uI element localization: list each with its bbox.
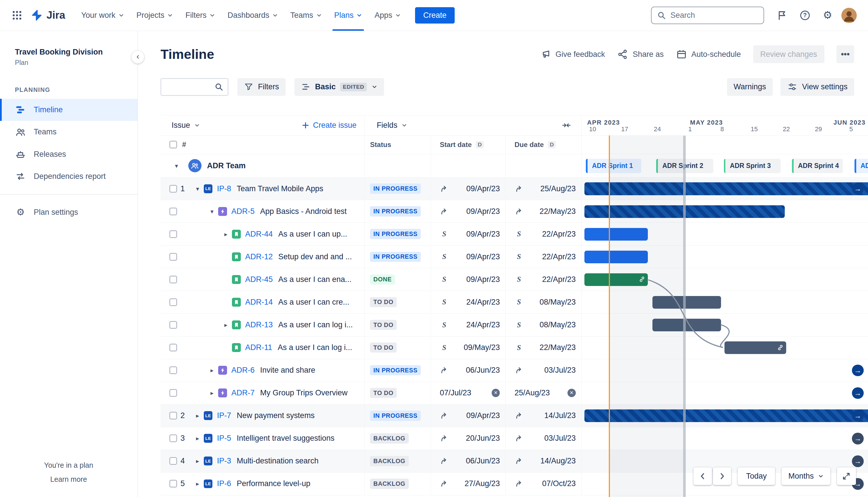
today-button[interactable]: Today [738,467,775,485]
start-date-cell[interactable]: S 24/Apr/23 [431,314,505,336]
status-badge[interactable]: BACKLOG [370,456,408,466]
status-badge[interactable]: IN PROGRESS [370,252,421,262]
table-row[interactable]: ADR-12 Setup dev and and ... IN PROGRESS… [160,245,868,268]
status-badge[interactable]: IN PROGRESS [370,411,421,421]
gantt-bar[interactable] [584,251,648,263]
timeline-search[interactable] [160,78,229,96]
sidebar-item-teams[interactable]: Teams [0,121,138,143]
issue-summary[interactable]: As a user I can log i... [278,343,357,352]
row-checkbox[interactable] [169,208,177,215]
fields-menu[interactable]: Fields [377,121,407,130]
start-date-cell[interactable]: S 09/Apr/23 [431,223,505,245]
learn-more-link[interactable]: Learn more [50,475,87,483]
issue-summary[interactable]: Invite and share [260,366,319,375]
view-mode-button[interactable]: Basic EDITED [294,78,384,96]
status-badge[interactable]: DONE [370,274,395,285]
sprint-chip[interactable]: AD [854,159,868,173]
expand-chevron-icon[interactable]: ▾ [207,208,217,215]
table-row[interactable]: 2 ▸ LE IP-7 New payment systems IN PROGR… [160,404,868,427]
settings-gear-icon[interactable]: ⚙ [819,6,836,24]
row-checkbox[interactable] [169,253,177,261]
status-badge[interactable]: TO DO [370,342,397,353]
give-feedback-button[interactable]: Give feedback [540,49,605,60]
gantt-row-cell[interactable]: → [581,359,868,382]
due-date-cell[interactable]: 03/Jul/23 [505,427,581,450]
start-date-cell[interactable]: 27/Aug/23 [431,473,505,495]
issue-key-link[interactable]: ADR-13 [245,321,273,329]
due-date-cell[interactable]: S 08/May/23 [505,291,581,313]
row-checkbox[interactable] [169,185,177,193]
issue-summary[interactable]: New payment systems [237,411,319,420]
issue-key-link[interactable]: ADR-44 [245,230,273,239]
start-date-cell[interactable]: S 09/Apr/23 [431,268,505,290]
issue-summary[interactable]: As a user I can cre... [278,298,354,307]
table-row[interactable]: 1 ▾ LE IP-8 Team Travel Mobile Apps IN P… [160,178,868,200]
row-checkbox[interactable] [169,412,177,420]
scroll-right-icon[interactable] [713,467,732,485]
expand-chevron-icon[interactable]: ▾ [175,162,183,169]
expand-chevron-icon[interactable]: ▸ [221,321,231,328]
row-checkbox[interactable] [169,480,177,487]
issue-summary[interactable]: App Basics - Android test [260,207,351,216]
zoom-level-select[interactable]: Months [782,467,830,485]
status-column-label[interactable]: Status [370,141,391,149]
clear-date-icon[interactable]: × [567,389,576,397]
issue-key-link[interactable]: ADR-14 [245,298,273,307]
row-checkbox[interactable] [169,435,177,442]
gantt-row-cell[interactable]: → [581,178,868,200]
sidebar-item-timeline[interactable]: Timeline [0,99,138,121]
gantt-bar[interactable] [584,228,648,241]
due-date-cell[interactable]: S 22/May/23 [505,337,581,359]
expand-chevron-icon[interactable]: ▸ [221,230,231,238]
issue-summary[interactable]: As a user I can ena... [278,275,356,284]
create-button[interactable]: Create [415,7,455,24]
table-row[interactable]: ADR-14 As a user I can cre... TO DO S 24… [160,291,868,314]
due-date-cell[interactable]: 25/Aug/23 [505,178,581,200]
expand-chevron-icon[interactable]: ▾ [192,185,203,193]
row-checkbox[interactable] [169,321,177,329]
gantt-row-cell[interactable] [581,314,868,336]
issue-summary[interactable]: As a user I can log i... [278,321,357,329]
clear-date-icon[interactable]: × [492,389,500,397]
sidebar-item-dependencies-report[interactable]: Dependencies report [0,165,138,187]
issue-column-menu[interactable]: Issue [172,121,200,130]
filters-button[interactable]: Filters [237,78,286,96]
fullscreen-icon[interactable] [837,467,856,485]
gantt-row-cell[interactable]: → [581,404,868,427]
row-checkbox[interactable] [169,298,177,306]
row-checkbox[interactable] [169,344,177,352]
gantt-row-cell[interactable] [581,245,868,268]
expand-chevron-icon[interactable]: ▸ [192,435,203,442]
issue-key-link[interactable]: IP-7 [217,411,231,420]
help-icon[interactable]: ? [796,6,814,24]
scroll-left-icon[interactable] [694,467,712,485]
sprint-chip[interactable]: ADR Sprint 3 [724,159,781,173]
due-date-column-label[interactable]: Due date [515,141,544,149]
issue-summary[interactable]: Setup dev and and ... [278,252,357,261]
status-badge[interactable]: IN PROGRESS [370,229,421,239]
global-search-input[interactable] [670,11,758,20]
gantt-bar[interactable] [584,273,648,286]
offscreen-bar-arrow-icon[interactable]: → [852,183,864,194]
due-date-cell[interactable]: 25/Aug/23 × [505,382,581,404]
status-badge[interactable]: BACKLOG [370,433,408,444]
share-as-button[interactable]: Share as [617,49,664,60]
issue-summary[interactable]: My Group Trips Overview [260,388,352,397]
start-date-cell[interactable]: S 24/Apr/23 [431,291,505,313]
collapse-columns-icon[interactable] [562,120,572,130]
start-date-cell[interactable]: 06/Jun/23 [431,359,505,382]
gantt-row-cell[interactable] [581,223,868,245]
expand-chevron-icon[interactable]: ▸ [192,480,203,487]
app-switcher-icon[interactable] [8,6,27,25]
table-row[interactable]: ADR-11 As a user I can log i... TO DO S … [160,337,868,359]
status-badge[interactable]: TO DO [370,388,397,398]
issue-key-link[interactable]: ADR-7 [231,388,255,397]
gantt-row-cell[interactable] [581,200,868,223]
issue-key-link[interactable]: IP-8 [217,184,231,193]
row-checkbox[interactable] [169,366,177,374]
issue-summary[interactable]: Performance level-up [237,479,315,488]
sidebar-item-releases[interactable]: Releases [0,143,138,165]
offscreen-bar-arrow-icon[interactable]: → [852,455,864,467]
due-date-cell[interactable]: 03/Jul/23 [505,359,581,382]
table-row[interactable]: ▸ ADR-7 My Group Trips Overview TO DO 07… [160,382,868,404]
